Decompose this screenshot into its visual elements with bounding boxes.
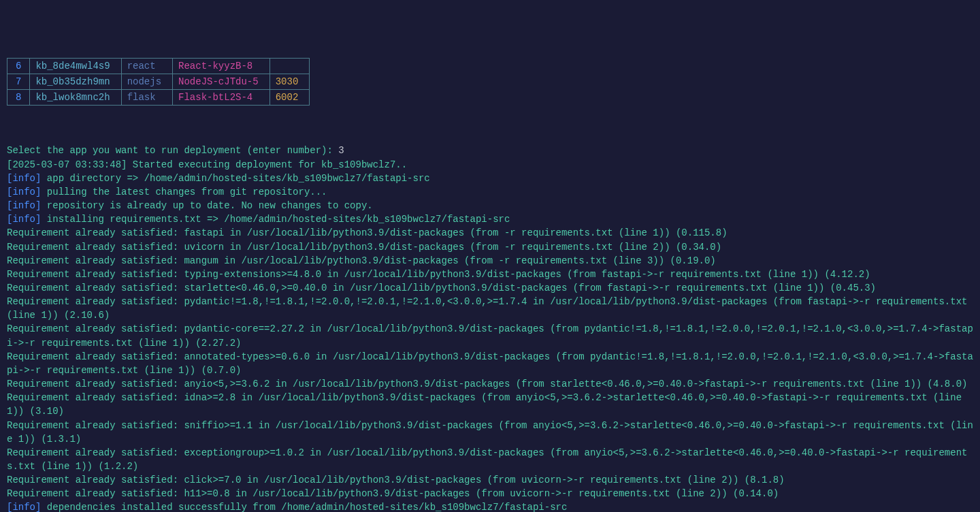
log-line: Requirement already satisfied: exception… [7, 446, 973, 473]
log-line: Requirement already satisfied: typing-ex… [7, 268, 973, 281]
log-line: Select the app you want to run deploymen… [7, 144, 973, 157]
log-line: Requirement already satisfied: h11>=0.8 … [7, 487, 973, 500]
log-line: Requirement already satisfied: starlette… [7, 281, 973, 295]
table-row: 6kb_8de4mwl4s9reactReact-kyyzB-8 [7, 58, 310, 74]
log-line: [info] installing requirements.txt => /h… [7, 212, 973, 226]
log-line: Requirement already satisfied: idna>=2.8… [7, 391, 973, 418]
table-row: 8kb_lwok8mnc2hflaskFlask-btL2S-46002 [7, 89, 310, 105]
log-line: Requirement already satisfied: anyio<5,>… [7, 377, 973, 391]
log-line: Requirement already satisfied: pydantic-… [7, 322, 973, 349]
log-line: [info] repository is already up to date.… [7, 199, 973, 212]
log-line: Requirement already satisfied: mangum in… [7, 254, 973, 268]
log-line: [info] pulling the latest changes from g… [7, 185, 973, 199]
log-line: [2025-03-07 03:33:48] Started executing … [7, 158, 973, 172]
terminal-log: Select the app you want to run deploymen… [7, 144, 973, 512]
log-line: Requirement already satisfied: sniffio>=… [7, 419, 973, 446]
log-line: [info] app directory => /home/admin/host… [7, 172, 973, 185]
log-line: Requirement already satisfied: click>=7.… [7, 473, 973, 487]
log-line: Requirement already satisfied: annotated… [7, 350, 973, 377]
log-line: [info] dependencies installed successful… [7, 500, 973, 512]
log-line: Requirement already satisfied: pydantic!… [7, 295, 973, 322]
log-line: Requirement already satisfied: fastapi i… [7, 226, 973, 240]
table-row: 7kb_0b35dzh9mnnodejsNodeJS-cJTdu-53030 [7, 74, 310, 89]
app-table: 6kb_8de4mwl4s9reactReact-kyyzB-87kb_0b35… [7, 58, 310, 106]
log-line: Requirement already satisfied: uvicorn i… [7, 240, 973, 254]
